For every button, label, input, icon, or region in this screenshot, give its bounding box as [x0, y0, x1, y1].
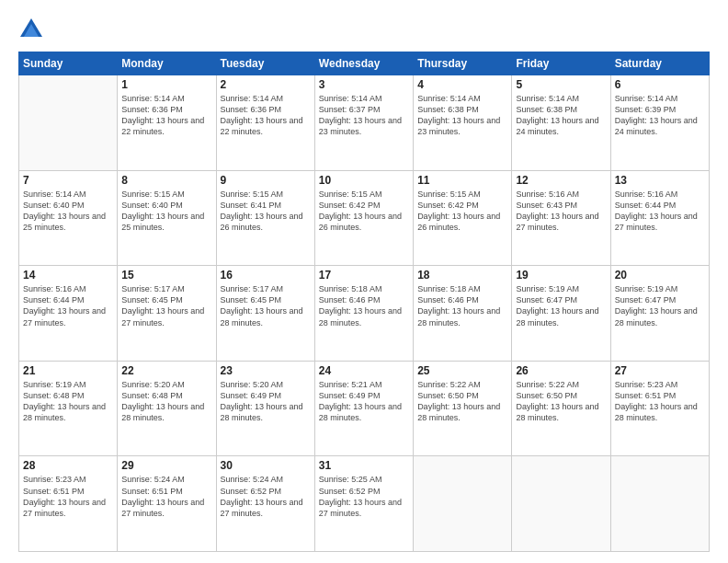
calendar-cell: 13Sunrise: 5:16 AM Sunset: 6:44 PM Dayli… [610, 170, 709, 266]
calendar-cell: 26Sunrise: 5:22 AM Sunset: 6:50 PM Dayli… [512, 361, 610, 456]
day-number: 21 [23, 364, 113, 377]
day-info: Sunrise: 5:19 AM Sunset: 6:47 PM Dayligh… [615, 283, 705, 328]
day-info: Sunrise: 5:14 AM Sunset: 6:38 PM Dayligh… [417, 93, 507, 138]
calendar-cell: 8Sunrise: 5:15 AM Sunset: 6:40 PM Daylig… [118, 170, 216, 266]
day-number: 20 [615, 269, 705, 282]
calendar-cell: 4Sunrise: 5:14 AM Sunset: 6:38 PM Daylig… [414, 75, 512, 171]
day-info: Sunrise: 5:25 AM Sunset: 6:52 PM Dayligh… [319, 474, 409, 519]
day-number: 11 [417, 174, 507, 187]
weekday-header: Thursday [414, 52, 512, 75]
calendar-cell: 9Sunrise: 5:15 AM Sunset: 6:41 PM Daylig… [216, 170, 314, 266]
calendar-cell: 12Sunrise: 5:16 AM Sunset: 6:43 PM Dayli… [512, 170, 610, 266]
day-number: 10 [319, 174, 409, 187]
calendar-cell [512, 456, 610, 552]
day-info: Sunrise: 5:15 AM Sunset: 6:40 PM Dayligh… [121, 189, 211, 234]
day-number: 31 [319, 459, 409, 472]
day-info: Sunrise: 5:17 AM Sunset: 6:45 PM Dayligh… [221, 283, 311, 328]
day-number: 27 [615, 364, 705, 377]
day-info: Sunrise: 5:18 AM Sunset: 6:46 PM Dayligh… [319, 283, 409, 328]
calendar-cell: 30Sunrise: 5:24 AM Sunset: 6:52 PM Dayli… [216, 456, 314, 552]
day-number: 3 [319, 78, 409, 91]
day-number: 16 [221, 269, 311, 282]
day-number: 13 [615, 174, 705, 187]
day-number: 2 [221, 78, 311, 91]
calendar-cell: 16Sunrise: 5:17 AM Sunset: 6:45 PM Dayli… [216, 266, 314, 362]
weekday-header: Saturday [610, 52, 709, 75]
day-number: 19 [516, 269, 606, 282]
calendar-cell: 27Sunrise: 5:23 AM Sunset: 6:51 PM Dayli… [610, 361, 709, 456]
calendar-cell: 3Sunrise: 5:14 AM Sunset: 6:37 PM Daylig… [314, 75, 413, 171]
day-info: Sunrise: 5:14 AM Sunset: 6:40 PM Dayligh… [23, 189, 113, 234]
day-info: Sunrise: 5:15 AM Sunset: 6:42 PM Dayligh… [417, 189, 507, 234]
calendar-cell [19, 75, 118, 171]
day-number: 8 [121, 174, 211, 187]
day-info: Sunrise: 5:14 AM Sunset: 6:36 PM Dayligh… [221, 93, 311, 138]
calendar-cell: 29Sunrise: 5:24 AM Sunset: 6:51 PM Dayli… [118, 456, 216, 552]
day-number: 25 [417, 364, 507, 377]
calendar-cell: 24Sunrise: 5:21 AM Sunset: 6:49 PM Dayli… [314, 361, 413, 456]
calendar-cell: 1Sunrise: 5:14 AM Sunset: 6:36 PM Daylig… [118, 75, 216, 171]
calendar-cell [414, 456, 512, 552]
calendar-cell: 21Sunrise: 5:19 AM Sunset: 6:48 PM Dayli… [19, 361, 118, 456]
day-info: Sunrise: 5:16 AM Sunset: 6:43 PM Dayligh… [516, 189, 606, 234]
weekday-header: Sunday [19, 52, 118, 75]
day-number: 14 [23, 269, 113, 282]
day-number: 6 [615, 78, 705, 91]
calendar-cell: 25Sunrise: 5:22 AM Sunset: 6:50 PM Dayli… [414, 361, 512, 456]
day-number: 5 [516, 78, 606, 91]
day-number: 4 [417, 78, 507, 91]
header [18, 17, 710, 42]
day-number: 9 [221, 174, 311, 187]
logo-icon [18, 17, 44, 42]
day-number: 12 [516, 174, 606, 187]
calendar-cell: 7Sunrise: 5:14 AM Sunset: 6:40 PM Daylig… [19, 170, 118, 266]
calendar-cell: 20Sunrise: 5:19 AM Sunset: 6:47 PM Dayli… [610, 266, 709, 362]
day-info: Sunrise: 5:24 AM Sunset: 6:51 PM Dayligh… [121, 474, 211, 519]
day-number: 18 [417, 269, 507, 282]
day-number: 24 [319, 364, 409, 377]
day-info: Sunrise: 5:23 AM Sunset: 6:51 PM Dayligh… [615, 379, 705, 424]
calendar-cell: 17Sunrise: 5:18 AM Sunset: 6:46 PM Dayli… [314, 266, 413, 362]
logo [18, 17, 48, 42]
day-info: Sunrise: 5:18 AM Sunset: 6:46 PM Dayligh… [417, 283, 507, 328]
calendar-cell: 22Sunrise: 5:20 AM Sunset: 6:48 PM Dayli… [118, 361, 216, 456]
day-info: Sunrise: 5:23 AM Sunset: 6:51 PM Dayligh… [23, 474, 113, 519]
day-number: 1 [121, 78, 211, 91]
day-number: 15 [121, 269, 211, 282]
day-info: Sunrise: 5:15 AM Sunset: 6:42 PM Dayligh… [319, 189, 409, 234]
day-info: Sunrise: 5:15 AM Sunset: 6:41 PM Dayligh… [221, 189, 311, 234]
weekday-header: Monday [118, 52, 216, 75]
calendar-table: SundayMondayTuesdayWednesdayThursdayFrid… [18, 52, 710, 552]
day-info: Sunrise: 5:24 AM Sunset: 6:52 PM Dayligh… [221, 474, 311, 519]
calendar-cell: 10Sunrise: 5:15 AM Sunset: 6:42 PM Dayli… [314, 170, 413, 266]
day-info: Sunrise: 5:14 AM Sunset: 6:36 PM Dayligh… [121, 93, 211, 138]
calendar-cell: 23Sunrise: 5:20 AM Sunset: 6:49 PM Dayli… [216, 361, 314, 456]
day-info: Sunrise: 5:21 AM Sunset: 6:49 PM Dayligh… [319, 379, 409, 424]
day-number: 22 [121, 364, 211, 377]
day-info: Sunrise: 5:22 AM Sunset: 6:50 PM Dayligh… [516, 379, 606, 424]
calendar-cell: 19Sunrise: 5:19 AM Sunset: 6:47 PM Dayli… [512, 266, 610, 362]
day-info: Sunrise: 5:22 AM Sunset: 6:50 PM Dayligh… [417, 379, 507, 424]
calendar-cell: 5Sunrise: 5:14 AM Sunset: 6:38 PM Daylig… [512, 75, 610, 171]
day-info: Sunrise: 5:17 AM Sunset: 6:45 PM Dayligh… [121, 283, 211, 328]
day-info: Sunrise: 5:14 AM Sunset: 6:39 PM Dayligh… [615, 93, 705, 138]
calendar-cell: 2Sunrise: 5:14 AM Sunset: 6:36 PM Daylig… [216, 75, 314, 171]
day-info: Sunrise: 5:14 AM Sunset: 6:38 PM Dayligh… [516, 93, 606, 138]
weekday-header: Friday [512, 52, 610, 75]
calendar-cell [610, 456, 709, 552]
day-info: Sunrise: 5:19 AM Sunset: 6:48 PM Dayligh… [23, 379, 113, 424]
calendar-cell: 18Sunrise: 5:18 AM Sunset: 6:46 PM Dayli… [414, 266, 512, 362]
day-number: 17 [319, 269, 409, 282]
calendar-cell: 11Sunrise: 5:15 AM Sunset: 6:42 PM Dayli… [414, 170, 512, 266]
day-info: Sunrise: 5:16 AM Sunset: 6:44 PM Dayligh… [23, 283, 113, 328]
day-number: 23 [221, 364, 311, 377]
calendar-cell: 28Sunrise: 5:23 AM Sunset: 6:51 PM Dayli… [19, 456, 118, 552]
day-number: 26 [516, 364, 606, 377]
day-info: Sunrise: 5:19 AM Sunset: 6:47 PM Dayligh… [516, 283, 606, 328]
day-number: 30 [221, 459, 311, 472]
weekday-header: Tuesday [216, 52, 314, 75]
day-info: Sunrise: 5:14 AM Sunset: 6:37 PM Dayligh… [319, 93, 409, 138]
calendar-cell: 31Sunrise: 5:25 AM Sunset: 6:52 PM Dayli… [314, 456, 413, 552]
day-number: 7 [23, 174, 113, 187]
day-info: Sunrise: 5:20 AM Sunset: 6:48 PM Dayligh… [121, 379, 211, 424]
